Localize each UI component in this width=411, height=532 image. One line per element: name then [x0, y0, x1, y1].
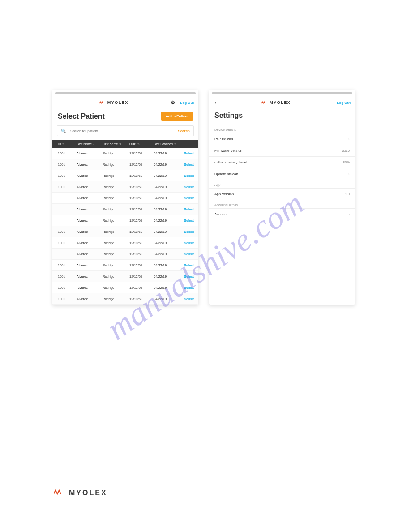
select-link[interactable]: Select: [184, 286, 194, 290]
cell-last-name: Alverez: [77, 252, 103, 256]
cell-first-name: Rodrigo: [103, 174, 129, 178]
select-link[interactable]: Select: [184, 252, 194, 256]
cell-first-name: Rodrigo: [103, 275, 129, 279]
select-link[interactable]: Select: [184, 151, 194, 155]
cell-id: 1001: [52, 286, 77, 290]
table-row: 1001AlverezRodrigo12/13/6904/22/19Select: [52, 271, 198, 282]
select-link[interactable]: Select: [184, 196, 194, 200]
table-row: AlverezRodrigo12/13/6904/22/19Select: [52, 215, 198, 226]
add-patient-button[interactable]: Add a Patient: [161, 112, 193, 121]
cell-first-name: Rodrigo: [103, 263, 129, 267]
cell-dob: 12/13/69: [129, 207, 154, 211]
select-link[interactable]: Select: [184, 185, 194, 189]
row-account[interactable]: Account ›: [209, 208, 355, 220]
cell-dob: 12/13/69: [129, 297, 154, 301]
cell-dob: 12/13/69: [129, 263, 154, 267]
cell-first-name: Rodrigo: [103, 297, 129, 301]
col-first-name[interactable]: First Name⇅: [103, 142, 129, 146]
screenshots-row: MYOLEX ⚙ Log Out Select Patient Add a Pa…: [52, 90, 355, 305]
row-label: Update mScan: [214, 172, 238, 176]
search-input[interactable]: [69, 129, 175, 133]
page-title: Select Patient: [58, 112, 105, 120]
search-button[interactable]: Search: [178, 129, 190, 133]
col-id[interactable]: ID⇅: [52, 142, 77, 146]
select-link[interactable]: Select: [184, 207, 194, 211]
logout-link[interactable]: Log Out: [337, 101, 351, 105]
cell-last-scanned: 04/22/19: [154, 219, 180, 223]
brand-logo: MYOLEX: [261, 100, 291, 105]
brand-mark-icon: [99, 101, 106, 104]
row-label: Firmware Version: [214, 149, 242, 153]
cell-last-name: Alverez: [77, 219, 103, 223]
table-row: 1001AlverezRodrigo12/13/6904/22/19Select: [52, 148, 198, 159]
cell-dob: 12/13/69: [129, 241, 154, 245]
table-header: ID⇅ Last Name↓ First Name⇅ DOB⇅ Last Sca…: [52, 140, 198, 148]
table-row: 1001AlverezRodrigo12/13/6904/22/19Select: [52, 293, 198, 305]
select-link[interactable]: Select: [184, 219, 194, 223]
row-battery-level: mScan battery Level 80%: [209, 156, 355, 168]
select-link[interactable]: Select: [184, 263, 194, 267]
table-row: 1001AlverezRodrigo12/13/6904/22/19Select: [52, 159, 198, 170]
cell-last-name: Alverez: [77, 241, 103, 245]
gear-icon[interactable]: ⚙: [171, 99, 176, 106]
search-bar: 🔍 Search: [57, 125, 194, 136]
cell-last-name: Alverez: [77, 230, 103, 234]
cell-last-scanned: 04/22/19: [154, 252, 180, 256]
cell-dob: 12/13/69: [129, 252, 154, 256]
col-dob[interactable]: DOB⇅: [129, 142, 154, 146]
cell-last-name: Alverez: [77, 275, 103, 279]
table-row: AlverezRodrigo12/13/6904/22/19Select: [52, 204, 198, 215]
section-account-details: Account Details: [209, 200, 355, 209]
cell-last-name: Alverez: [77, 297, 103, 301]
cell-last-name: Alverez: [77, 151, 103, 155]
cell-dob: 12/13/69: [129, 163, 154, 167]
brand-name: MYOLEX: [69, 489, 107, 497]
screen-settings: ← MYOLEX Log Out Settings Device Details…: [209, 90, 355, 305]
row-app-version: App Version 1.0: [209, 188, 355, 200]
select-link[interactable]: Select: [184, 275, 194, 279]
row-update-mscan[interactable]: Update mScan ›: [209, 168, 355, 180]
table-row: 1001AlverezRodrigo12/13/6904/22/19Select: [52, 282, 198, 293]
page-title: Settings: [209, 109, 355, 125]
cell-first-name: Rodrigo: [103, 241, 129, 245]
app-header: ← MYOLEX Log Out: [209, 94, 355, 109]
cell-id: 1001: [52, 230, 77, 234]
chevron-right-icon: ›: [348, 172, 350, 176]
table-row: 1001AlverezRodrigo12/13/6904/22/19Select: [52, 237, 198, 249]
row-value: 80%: [343, 160, 350, 164]
chevron-right-icon: ›: [348, 212, 350, 216]
cell-last-name: Alverez: [77, 286, 103, 290]
col-last-scanned[interactable]: Last Scanned⇅: [154, 142, 180, 146]
select-link[interactable]: Select: [184, 163, 194, 167]
select-link[interactable]: Select: [184, 230, 194, 234]
row-value: 0.0.0: [342, 149, 350, 153]
row-firmware-version: Firmware Version 0.0.0: [209, 145, 355, 157]
table-row: 1001AlverezRodrigo12/13/6904/22/19Select: [52, 226, 198, 237]
select-link[interactable]: Select: [184, 297, 194, 301]
cell-last-scanned: 04/22/19: [154, 230, 180, 234]
select-link[interactable]: Select: [184, 174, 194, 178]
cell-id: 1001: [52, 185, 77, 189]
title-bar: Select Patient Add a Patient: [52, 109, 198, 125]
cell-last-scanned: 04/22/19: [154, 174, 180, 178]
cell-last-name: Alverez: [77, 196, 103, 200]
cell-id: 1001: [52, 297, 77, 301]
cell-last-name: Alverez: [77, 263, 103, 267]
row-pair-mscan[interactable]: Pair mScan ›: [209, 133, 355, 145]
cell-id: 1001: [52, 163, 77, 167]
screen-select-patient: MYOLEX ⚙ Log Out Select Patient Add a Pa…: [52, 90, 198, 305]
row-value: 1.0: [345, 192, 350, 196]
cell-dob: 12/13/69: [129, 185, 154, 189]
select-link[interactable]: Select: [184, 241, 194, 245]
col-last-name[interactable]: Last Name↓: [77, 142, 103, 146]
row-label: Account: [214, 212, 227, 216]
section-app: App: [209, 180, 355, 189]
cell-last-scanned: 04/22/19: [154, 263, 180, 267]
back-icon[interactable]: ←: [214, 99, 220, 106]
cell-dob: 12/13/69: [129, 275, 154, 279]
cell-dob: 12/13/69: [129, 286, 154, 290]
cell-last-scanned: 04/22/19: [154, 275, 180, 279]
table-row: 1001AlverezRodrigo12/13/6904/22/19Select: [52, 260, 198, 271]
logout-link[interactable]: Log Out: [180, 101, 194, 105]
table-body: 1001AlverezRodrigo12/13/6904/22/19Select…: [52, 148, 198, 305]
